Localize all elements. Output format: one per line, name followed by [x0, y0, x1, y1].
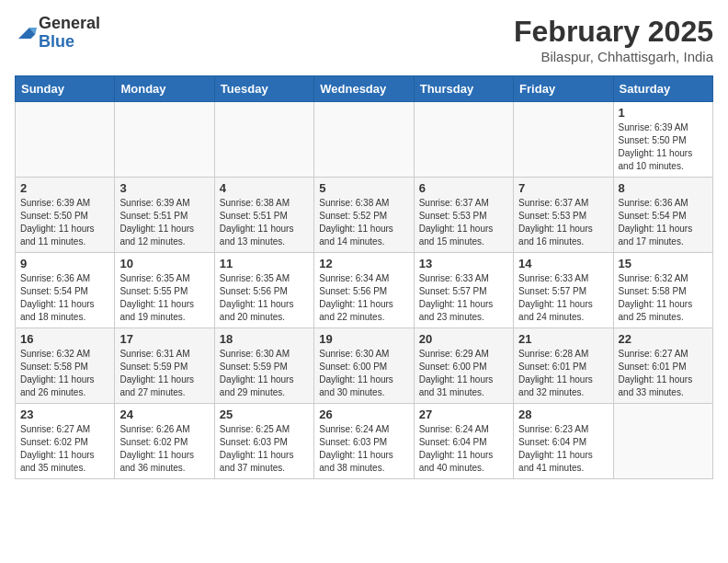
day-number: 17: [119, 332, 209, 346]
day-number: 19: [319, 332, 408, 346]
day-info: Sunrise: 6:30 AM Sunset: 5:59 PM Dayligh…: [220, 348, 309, 399]
calendar-cell: 28Sunrise: 6:23 AM Sunset: 6:04 PM Dayli…: [514, 404, 613, 479]
day-info: Sunrise: 6:32 AM Sunset: 5:58 PM Dayligh…: [619, 272, 708, 324]
logo-icon: [15, 24, 37, 42]
calendar-cell: 25Sunrise: 6:25 AM Sunset: 6:03 PM Dayli…: [214, 404, 313, 479]
day-info: Sunrise: 6:37 AM Sunset: 5:53 PM Dayligh…: [518, 197, 608, 248]
day-number: 13: [419, 257, 508, 270]
calendar-cell: [613, 404, 712, 479]
day-number: 7: [518, 181, 608, 195]
day-number: 3: [119, 181, 209, 195]
calendar-cell: 16Sunrise: 6:32 AM Sunset: 5:58 PM Dayli…: [16, 328, 115, 404]
day-number: 8: [619, 181, 708, 195]
calendar-week-row: 9Sunrise: 6:36 AM Sunset: 5:54 PM Daylig…: [16, 253, 713, 328]
day-number: 10: [119, 257, 209, 270]
calendar-cell: [115, 102, 214, 178]
day-number: 26: [319, 408, 408, 421]
day-info: Sunrise: 6:35 AM Sunset: 5:55 PM Dayligh…: [119, 272, 209, 324]
calendar-header: SundayMondayTuesdayWednesdayThursdayFrid…: [16, 76, 713, 102]
calendar-week-row: 2Sunrise: 6:39 AM Sunset: 5:50 PM Daylig…: [16, 178, 713, 253]
calendar-cell: 5Sunrise: 6:38 AM Sunset: 5:52 PM Daylig…: [314, 178, 414, 253]
day-number: 22: [619, 332, 708, 346]
calendar-cell: 19Sunrise: 6:30 AM Sunset: 6:00 PM Dayli…: [314, 328, 414, 404]
day-number: 24: [119, 408, 209, 421]
day-info: Sunrise: 6:39 AM Sunset: 5:50 PM Dayligh…: [20, 197, 109, 248]
calendar-cell: [514, 102, 613, 178]
day-info: Sunrise: 6:33 AM Sunset: 5:57 PM Dayligh…: [419, 272, 508, 324]
logo-text: General Blue: [39, 15, 100, 52]
day-info: Sunrise: 6:34 AM Sunset: 5:56 PM Dayligh…: [319, 272, 408, 324]
calendar-cell: [214, 102, 313, 178]
calendar-cell: [314, 102, 414, 178]
day-info: Sunrise: 6:37 AM Sunset: 5:53 PM Dayligh…: [419, 197, 508, 248]
calendar-cell: 12Sunrise: 6:34 AM Sunset: 5:56 PM Dayli…: [314, 253, 414, 328]
calendar-cell: 24Sunrise: 6:26 AM Sunset: 6:02 PM Dayli…: [115, 404, 214, 479]
calendar-cell: 17Sunrise: 6:31 AM Sunset: 5:59 PM Dayli…: [115, 328, 214, 404]
calendar-cell: 22Sunrise: 6:27 AM Sunset: 6:01 PM Dayli…: [613, 328, 712, 404]
day-number: 6: [419, 181, 508, 195]
day-info: Sunrise: 6:24 AM Sunset: 6:04 PM Dayligh…: [419, 423, 508, 475]
day-number: 15: [619, 257, 708, 270]
day-info: Sunrise: 6:26 AM Sunset: 6:02 PM Dayligh…: [119, 423, 209, 475]
calendar-cell: 8Sunrise: 6:36 AM Sunset: 5:54 PM Daylig…: [613, 178, 712, 253]
calendar-cell: 1Sunrise: 6:39 AM Sunset: 5:50 PM Daylig…: [613, 102, 712, 178]
calendar-cell: 20Sunrise: 6:29 AM Sunset: 6:00 PM Dayli…: [414, 328, 513, 404]
day-number: 28: [518, 408, 608, 421]
calendar-cell: 13Sunrise: 6:33 AM Sunset: 5:57 PM Dayli…: [414, 253, 513, 328]
title-block: February 2025 Bilaspur, Chhattisgarh, In…: [514, 15, 713, 64]
day-number: 12: [319, 257, 408, 270]
day-number: 25: [220, 408, 309, 421]
day-info: Sunrise: 6:36 AM Sunset: 5:54 PM Dayligh…: [20, 272, 109, 324]
calendar-cell: 26Sunrise: 6:24 AM Sunset: 6:03 PM Dayli…: [314, 404, 414, 479]
day-number: 18: [220, 332, 309, 346]
location-subtitle: Bilaspur, Chhattisgarh, India: [514, 49, 713, 64]
calendar-cell: [16, 102, 115, 178]
day-number: 11: [220, 257, 309, 270]
day-info: Sunrise: 6:24 AM Sunset: 6:03 PM Dayligh…: [319, 423, 408, 475]
calendar-cell: 15Sunrise: 6:32 AM Sunset: 5:58 PM Dayli…: [613, 253, 712, 328]
day-number: 23: [20, 408, 109, 421]
calendar-week-row: 1Sunrise: 6:39 AM Sunset: 5:50 PM Daylig…: [16, 102, 713, 178]
day-info: Sunrise: 6:39 AM Sunset: 5:51 PM Dayligh…: [119, 197, 209, 248]
day-info: Sunrise: 6:36 AM Sunset: 5:54 PM Dayligh…: [619, 197, 708, 248]
day-info: Sunrise: 6:30 AM Sunset: 6:00 PM Dayligh…: [319, 348, 408, 399]
calendar-cell: 11Sunrise: 6:35 AM Sunset: 5:56 PM Dayli…: [214, 253, 313, 328]
day-info: Sunrise: 6:38 AM Sunset: 5:51 PM Dayligh…: [220, 197, 309, 248]
weekday-header-row: SundayMondayTuesdayWednesdayThursdayFrid…: [16, 76, 713, 102]
page-header: General Blue February 2025 Bilaspur, Chh…: [15, 15, 713, 64]
day-info: Sunrise: 6:25 AM Sunset: 6:03 PM Dayligh…: [220, 423, 309, 475]
day-info: Sunrise: 6:27 AM Sunset: 6:01 PM Dayligh…: [619, 348, 708, 399]
month-year-title: February 2025: [514, 15, 713, 49]
calendar-cell: 10Sunrise: 6:35 AM Sunset: 5:55 PM Dayli…: [115, 253, 214, 328]
weekday-header-friday: Friday: [514, 76, 613, 102]
calendar-body: 1Sunrise: 6:39 AM Sunset: 5:50 PM Daylig…: [16, 102, 713, 479]
calendar-table: SundayMondayTuesdayWednesdayThursdayFrid…: [15, 75, 713, 479]
logo: General Blue: [15, 15, 100, 52]
logo-blue-text: Blue: [39, 33, 100, 52]
day-number: 21: [518, 332, 608, 346]
day-number: 2: [20, 181, 109, 195]
calendar-cell: 7Sunrise: 6:37 AM Sunset: 5:53 PM Daylig…: [514, 178, 613, 253]
calendar-cell: 21Sunrise: 6:28 AM Sunset: 6:01 PM Dayli…: [514, 328, 613, 404]
calendar-cell: 27Sunrise: 6:24 AM Sunset: 6:04 PM Dayli…: [414, 404, 513, 479]
day-number: 5: [319, 181, 408, 195]
day-number: 27: [419, 408, 508, 421]
calendar-cell: 4Sunrise: 6:38 AM Sunset: 5:51 PM Daylig…: [214, 178, 313, 253]
day-number: 1: [619, 106, 708, 120]
day-number: 20: [419, 332, 508, 346]
calendar-cell: 9Sunrise: 6:36 AM Sunset: 5:54 PM Daylig…: [16, 253, 115, 328]
weekday-header-sunday: Sunday: [16, 76, 115, 102]
calendar-cell: 2Sunrise: 6:39 AM Sunset: 5:50 PM Daylig…: [16, 178, 115, 253]
calendar-week-row: 16Sunrise: 6:32 AM Sunset: 5:58 PM Dayli…: [16, 328, 713, 404]
logo-general-text: General: [39, 15, 100, 33]
day-info: Sunrise: 6:33 AM Sunset: 5:57 PM Dayligh…: [518, 272, 608, 324]
calendar-week-row: 23Sunrise: 6:27 AM Sunset: 6:02 PM Dayli…: [16, 404, 713, 479]
weekday-header-wednesday: Wednesday: [314, 76, 414, 102]
weekday-header-monday: Monday: [115, 76, 214, 102]
day-info: Sunrise: 6:23 AM Sunset: 6:04 PM Dayligh…: [518, 423, 608, 475]
day-info: Sunrise: 6:32 AM Sunset: 5:58 PM Dayligh…: [20, 348, 109, 399]
day-info: Sunrise: 6:28 AM Sunset: 6:01 PM Dayligh…: [518, 348, 608, 399]
calendar-cell: 23Sunrise: 6:27 AM Sunset: 6:02 PM Dayli…: [16, 404, 115, 479]
day-info: Sunrise: 6:38 AM Sunset: 5:52 PM Dayligh…: [319, 197, 408, 248]
weekday-header-thursday: Thursday: [414, 76, 513, 102]
